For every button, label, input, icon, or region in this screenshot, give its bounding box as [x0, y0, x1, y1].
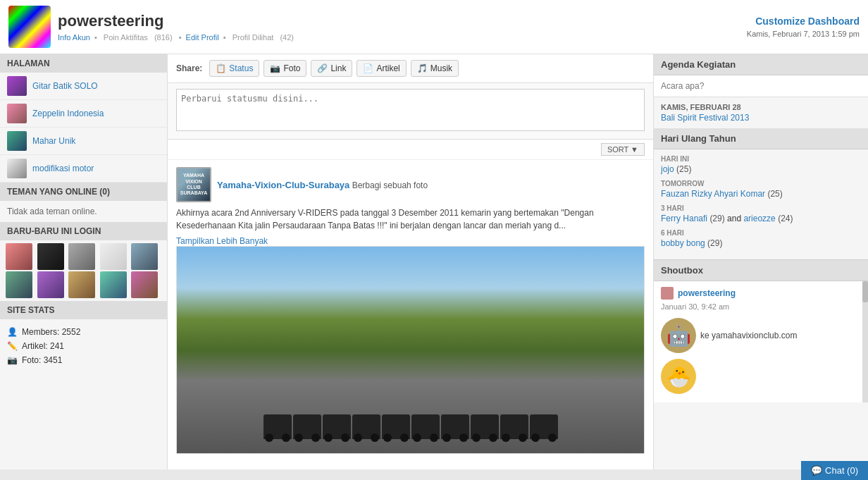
share-artikel-button[interactable]: 📄 Artikel	[356, 60, 406, 77]
birthday-name-fauzan[interactable]: Fauzan Rizky Ahyari Komar	[661, 189, 765, 199]
chat-label: Chat (0)	[825, 465, 858, 469]
shoutbox-section: Shoutbox powersteering Januari 30, 9:42 …	[654, 259, 868, 402]
recent-thumb[interactable]	[6, 271, 32, 298]
birthday-age-fauzan: (25)	[767, 189, 782, 199]
scrollbar-thumb[interactable]	[862, 281, 868, 302]
chat-icon: 💬	[811, 465, 822, 469]
moto-4	[352, 414, 380, 439]
recent-thumb[interactable]	[37, 271, 64, 298]
agenda-title: Agenda Kegiatan	[654, 54, 868, 75]
share-link-button[interactable]: 🔗 Link	[311, 60, 352, 77]
sidebar-item-gitar-batik[interactable]: Gitar Batik SOLO	[0, 73, 167, 100]
agenda-input[interactable]	[654, 75, 868, 97]
share-label: Share:	[176, 63, 202, 73]
shoutbox-title: Shoutbox	[654, 260, 868, 281]
birthday-name-arie[interactable]: arieozze	[743, 214, 775, 223]
page-thumb	[7, 104, 27, 123]
and-text: and	[727, 214, 741, 223]
avatar	[8, 6, 51, 48]
recent-thumb[interactable]	[100, 271, 127, 298]
shoutbox-content: powersteering Januari 30, 9:42 am 🤖 ke y…	[654, 281, 868, 402]
moto-9	[500, 414, 528, 439]
profil-dilihat-link[interactable]: Profil Dilihat (42)	[230, 33, 296, 42]
foto-label: Foto: 3451	[22, 355, 62, 365]
halaman-title: HALAMAN	[0, 54, 167, 73]
share-musik-button[interactable]: 🎵 Musik	[411, 60, 459, 77]
feed-action: Berbagi sebuah foto	[352, 180, 428, 190]
user-info: powersteering Info Akun • Poin Aktifitas…	[58, 12, 296, 42]
feed-username[interactable]: Yamaha-Vixion-Club-Surabaya	[217, 180, 349, 190]
header-links: Info Akun • Poin Aktifitas (816) • Edit …	[58, 33, 296, 42]
sidebar-item-label: modifikasi motor	[32, 164, 94, 173]
header-left: powersteering Info Akun • Poin Aktifitas…	[8, 6, 296, 48]
sort-button[interactable]: SORT ▼	[601, 143, 645, 156]
birthday-name-jojo[interactable]: jojo	[661, 164, 674, 174]
info-akun-link[interactable]: Info Akun	[58, 33, 90, 42]
agenda-event[interactable]: Bali Spirit Festival 2013	[661, 113, 861, 123]
header-right: Customize Dashboard Kamis, Februari 7, 2…	[747, 16, 860, 38]
birthday-section: HARI INI jojo (25) TOMORROW Fauzan Rizky…	[654, 149, 868, 259]
musik-icon: 🎵	[417, 63, 428, 73]
sidebar: HALAMAN Gitar Batik SOLO Zeppelin Indone…	[0, 54, 168, 469]
birthday-name-ferry[interactable]: Ferry Hanafi	[661, 214, 707, 223]
recent-thumb[interactable]	[6, 243, 32, 270]
recent-thumb[interactable]	[68, 243, 95, 270]
moto-8	[471, 414, 499, 439]
sidebar-item-zeppelin[interactable]: Zeppelin Indonesia	[0, 100, 167, 128]
feed-text: Akhirnya acara 2nd Anniversary V-RIDERS …	[176, 207, 645, 232]
shout-time: Januari 30, 9:42 am	[661, 302, 861, 311]
stat-artikel: ✏️ Artikel: 241	[7, 339, 160, 353]
moto-6	[411, 414, 440, 439]
sidebar-item-label: Zeppelin Indonesia	[32, 109, 104, 118]
recent-login-title: Baru-baru ini Login	[0, 222, 167, 240]
share-status-button[interactable]: 📋 Status	[209, 60, 259, 77]
recent-thumb[interactable]	[68, 271, 95, 298]
recent-thumb[interactable]	[131, 271, 158, 298]
birthday-title: Hari Ulang Tahun	[654, 128, 868, 149]
feed-meta: Yamaha-Vixion-Club-Surabaya Berbagi sebu…	[217, 180, 428, 190]
customize-dashboard-link[interactable]: Customize Dashboard	[755, 16, 860, 27]
feed-item: YAMAHAVIXIONCLUBSURABAYA Yamaha-Vixion-C…	[176, 167, 645, 454]
chick-emoji: 🐣	[661, 359, 696, 394]
recent-thumb[interactable]	[37, 243, 64, 270]
artikel-label: Artikel: 241	[22, 341, 64, 351]
sidebar-item-modifikasi[interactable]: modifikasi motor	[0, 155, 167, 183]
birthday-name-bobby[interactable]: bobby bong	[661, 238, 705, 248]
online-section: Tidak ada teman online.	[0, 201, 167, 222]
recent-thumb[interactable]	[100, 243, 127, 270]
sidebar-item-mahar[interactable]: Mahar Unik	[0, 128, 167, 155]
artikel-icon: ✏️	[7, 341, 18, 351]
recent-thumb[interactable]	[131, 243, 158, 270]
share-status-label: Status	[229, 63, 253, 73]
shout-message: ke yamahavixionclub.com	[700, 331, 797, 340]
scrollbar-track[interactable]	[862, 281, 868, 402]
sidebar-item-label: Mahar Unik	[32, 136, 75, 146]
birthday-3hari: 3 HARI Ferry Hanafi (29) and arieozze (2…	[661, 204, 861, 223]
birthday-age-bobby: (29)	[707, 238, 722, 248]
username: powersteering	[58, 12, 296, 30]
site-stats: 👤 Members: 2552 ✏️ Artikel: 241 📷 Foto: …	[0, 319, 167, 373]
moto-3	[323, 414, 351, 439]
edit-profil-link[interactable]: Edit Profil	[186, 33, 219, 42]
share-bar: Share: 📋 Status 📷 Foto 🔗 Link 📄 Artikel …	[168, 54, 653, 83]
online-text: Tidak ada teman online.	[7, 207, 97, 216]
poin-link[interactable]: Poin Aktifitas (816)	[101, 33, 175, 42]
stat-foto: 📷 Foto: 3451	[7, 353, 160, 367]
shout-username[interactable]: powersteering	[678, 288, 736, 298]
chat-bar[interactable]: 💬 Chat (0)	[801, 461, 868, 469]
motorcycle-scene	[177, 247, 644, 453]
feed-more-link[interactable]: Tampilkan Lebih Banyak	[176, 236, 645, 246]
online-title: Teman yang Online (0)	[0, 183, 167, 201]
link-icon: 🔗	[317, 63, 328, 73]
robot-emoji: 🤖	[661, 318, 696, 353]
status-input[interactable]	[176, 89, 645, 131]
status-area	[168, 83, 653, 140]
foto-share-icon: 📷	[270, 63, 280, 73]
right-panel: Agenda Kegiatan KAMIS, FEBRUARI 28 Bali …	[653, 54, 868, 469]
page-thumb	[7, 76, 27, 96]
tomorrow-label: TOMORROW	[661, 180, 861, 187]
recent-login-grid	[0, 240, 167, 301]
birthday-age-jojo: (25)	[676, 164, 691, 174]
status-icon: 📋	[216, 63, 226, 73]
share-foto-button[interactable]: 📷 Foto	[264, 60, 306, 77]
